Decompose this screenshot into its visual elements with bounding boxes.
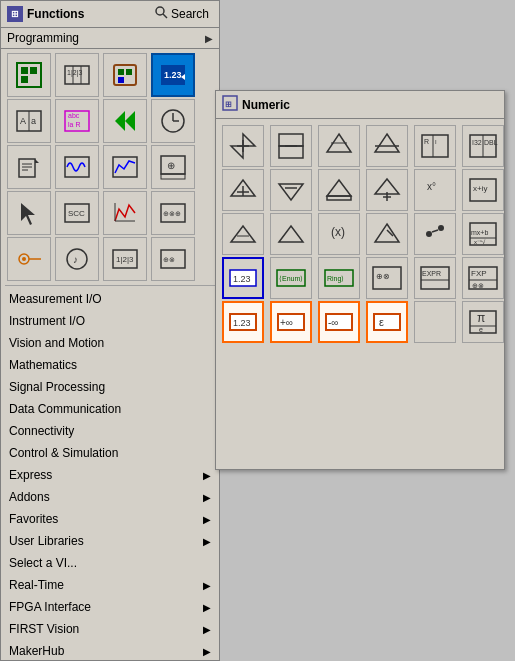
icon-comparison[interactable]	[103, 99, 147, 143]
menu-item-favorites[interactable]: Favorites ▶	[1, 508, 219, 530]
menu-item-signal-processing[interactable]: Signal Processing	[1, 376, 219, 398]
num-add[interactable]	[222, 125, 264, 167]
num-conversion[interactable]: I32DBL	[462, 125, 504, 167]
svg-text:abc: abc	[68, 112, 80, 119]
menu-item-mathematics[interactable]: Mathematics	[1, 354, 219, 376]
numeric-header: ⊞ Numeric	[216, 91, 504, 119]
menu-item-express[interactable]: Express ▶	[1, 464, 219, 486]
icon-graph[interactable]	[103, 145, 147, 189]
icon-waveform[interactable]	[55, 145, 99, 189]
num-pos-inf[interactable]: +∞	[270, 301, 312, 343]
svg-text:♪: ♪	[73, 254, 78, 265]
num-ring-const[interactable]: Ring⟩	[318, 257, 360, 299]
icon-array[interactable]: 1|2|3	[55, 53, 99, 97]
icon-advanced[interactable]: ⊕⊗	[151, 237, 195, 281]
icon-fileio[interactable]	[7, 145, 51, 189]
svg-point-0	[156, 7, 164, 15]
num-sign[interactable]	[270, 213, 312, 255]
functions-icon: ⊞	[7, 6, 23, 22]
menu-item-real-time[interactable]: Real-Time ▶	[1, 574, 219, 596]
num-multiply[interactable]	[318, 125, 360, 167]
svg-marker-82	[375, 179, 399, 194]
svg-text:Ring⟩: Ring⟩	[327, 275, 344, 283]
num-random[interactable]	[414, 213, 456, 255]
menu-item-addons[interactable]: Addons ▶	[1, 486, 219, 508]
num-fxp[interactable]: FXP⊕⊗	[462, 257, 504, 299]
svg-text:EXPR: EXPR	[422, 270, 441, 277]
num-quotient[interactable]: RI	[414, 125, 456, 167]
icon-boolean[interactable]: Aa	[7, 99, 51, 143]
svg-marker-61	[279, 134, 303, 146]
programming-bar[interactable]: Programming ▶	[1, 28, 219, 49]
num-enum-const[interactable]: ⟨Enum⟩	[270, 257, 312, 299]
menu-item-label: Signal Processing	[9, 380, 105, 394]
num-neg-inf[interactable]: -∞	[318, 301, 360, 343]
svg-text:R: R	[424, 138, 429, 145]
icon-dialog[interactable]: ⊕	[151, 145, 195, 189]
icon-math2[interactable]: 1|2|3	[103, 237, 147, 281]
svg-rect-3	[21, 67, 28, 74]
menu-item-control-simulation[interactable]: Control & Simulation	[1, 442, 219, 464]
menu-item-instrument-io[interactable]: Instrument I/O	[1, 310, 219, 332]
svg-text:A: A	[20, 116, 26, 126]
svg-point-47	[22, 257, 26, 261]
num-increment[interactable]	[222, 169, 264, 211]
num-divide[interactable]	[366, 125, 408, 167]
svg-text:I: I	[435, 139, 437, 145]
svg-text:1|2|3: 1|2|3	[116, 255, 134, 264]
num-expr-node[interactable]: EXPR	[414, 257, 456, 299]
menu-item-label: Select a VI...	[9, 556, 77, 570]
icon-struct[interactable]	[7, 53, 51, 97]
svg-text:⊕⊗: ⊕⊗	[472, 282, 484, 289]
icon-network[interactable]: ⊕⊗⊕	[151, 191, 195, 235]
num-scale[interactable]: x°	[414, 169, 456, 211]
icon-string[interactable]: abcla R	[55, 99, 99, 143]
num-indicator[interactable]: 1.23	[222, 301, 264, 343]
num-epsilon[interactable]: ε	[366, 301, 408, 343]
search-button[interactable]: Search	[151, 4, 213, 24]
menu-item-fpga[interactable]: FPGA Interface ▶	[1, 596, 219, 618]
menu-item-connectivity[interactable]: Connectivity	[1, 420, 219, 442]
icon-report[interactable]	[103, 191, 147, 235]
menu-item-data-communication[interactable]: Data Communication	[1, 398, 219, 420]
svg-rect-12	[126, 69, 132, 75]
menu-item-makerhub[interactable]: MakerHub ▶	[1, 640, 219, 660]
svg-marker-25	[125, 111, 135, 131]
icon-sound[interactable]: ♪	[55, 237, 99, 281]
num-ctrl[interactable]: ⊕⊗	[366, 257, 408, 299]
num-decrement[interactable]	[270, 169, 312, 211]
menu-item-label: Real-Time	[9, 578, 64, 592]
menu-item-select-vi[interactable]: Select a VI...	[1, 552, 219, 574]
fpga-arrow: ▶	[203, 602, 211, 613]
svg-point-94	[426, 231, 432, 237]
num-floor[interactable]: (x)	[318, 213, 360, 255]
icon-cursor[interactable]	[7, 191, 51, 235]
svg-text:⊞: ⊞	[225, 100, 232, 109]
num-pi[interactable]: πe	[462, 301, 504, 343]
svg-text:-∞: -∞	[328, 317, 338, 328]
icon-numeric[interactable]: 1.23	[151, 53, 195, 97]
num-sum[interactable]	[318, 169, 360, 211]
num-product[interactable]	[366, 169, 408, 211]
svg-text:⊕⊗⊕: ⊕⊗⊕	[163, 210, 181, 217]
menu-item-user-libraries[interactable]: User Libraries ▶	[1, 530, 219, 552]
num-empty-1	[414, 301, 456, 343]
svg-rect-5	[21, 76, 28, 83]
menu-item-vision-motion[interactable]: Vision and Motion	[1, 332, 219, 354]
num-ceil[interactable]	[366, 213, 408, 255]
menu-list: Measurement I/O Instrument I/O Vision an…	[1, 288, 219, 660]
num-abs[interactable]	[222, 213, 264, 255]
icon-instru[interactable]: SCC	[55, 191, 99, 235]
icon-timing[interactable]	[151, 99, 195, 143]
menu-item-label: Measurement I/O	[9, 292, 102, 306]
icon-signal[interactable]	[7, 237, 51, 281]
num-expression[interactable]: mx+bx⁻¹√	[462, 213, 504, 255]
svg-rect-11	[118, 69, 124, 75]
menu-item-first-vision[interactable]: FIRST Vision ▶	[1, 618, 219, 640]
num-subtract[interactable]	[270, 125, 312, 167]
num-const[interactable]: 1.23	[222, 257, 264, 299]
icon-cluster[interactable]	[103, 53, 147, 97]
num-complex[interactable]: x+iy	[462, 169, 504, 211]
functions-title: ⊞ Functions	[7, 6, 84, 22]
menu-item-measurement-io[interactable]: Measurement I/O	[1, 288, 219, 310]
